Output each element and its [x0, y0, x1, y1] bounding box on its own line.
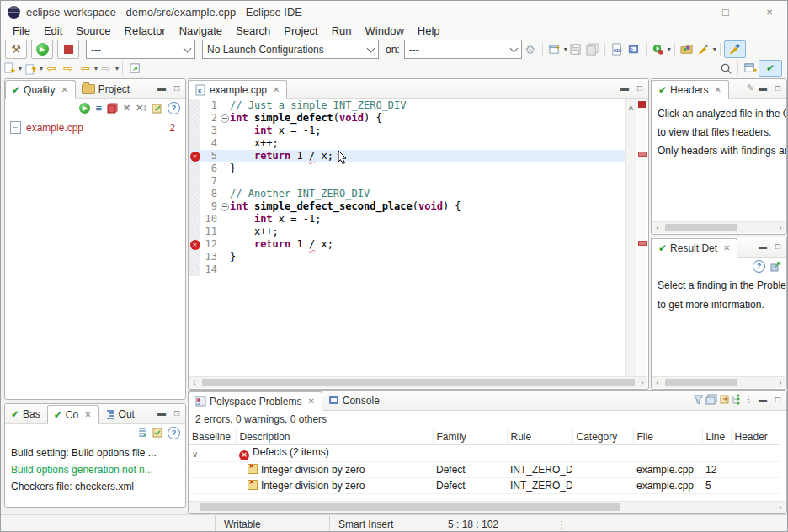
help-icon[interactable]: ? — [168, 102, 180, 114]
menu-help[interactable]: Help — [411, 24, 447, 38]
code-editor[interactable]: 1// Just a simple INT_ZERO_DIV2int simpl… — [189, 99, 626, 376]
import-log-icon[interactable] — [719, 394, 730, 405]
code-line-4[interactable]: 4 x++; — [189, 137, 626, 150]
back-icon[interactable]: ⇦ — [77, 61, 93, 75]
minimize-view-icon[interactable]: ▬ — [756, 240, 769, 252]
chevron-down-icon[interactable]: ▾ — [115, 65, 119, 72]
clear-icon[interactable]: ✎ — [747, 82, 754, 93]
search-icon[interactable] — [717, 62, 734, 75]
run-icon[interactable]: ▶ — [79, 103, 90, 114]
scrollbar-thumb[interactable] — [200, 503, 620, 511]
scrollbar-thumb[interactable] — [202, 379, 635, 386]
status-drag-handle[interactable]: ⋮ — [548, 515, 567, 532]
brush-icon[interactable] — [695, 43, 712, 56]
gear-icon[interactable]: ⚙ — [522, 43, 539, 56]
table-group-row[interactable]: ∨✕Defects (2 items) — [189, 445, 780, 462]
code-line-3[interactable]: 3 int x = -1; — [189, 125, 626, 137]
maximize-view-icon[interactable]: □ — [771, 240, 785, 252]
column-header-category[interactable]: Category — [572, 428, 633, 445]
menu-search[interactable]: Search — [229, 24, 277, 38]
scroll-right-icon[interactable]: › — [637, 378, 647, 387]
tab-bas[interactable]: ✔ Bas — [5, 404, 47, 423]
next-annotation-icon[interactable] — [1, 62, 18, 75]
open-project-icon[interactable] — [679, 43, 695, 56]
minimize-view-icon[interactable]: ▬ — [618, 82, 631, 93]
fold-collapse-icon[interactable] — [220, 200, 230, 213]
code-line-10[interactable]: 10 int x = -1; — [189, 213, 626, 226]
save-all-icon[interactable] — [584, 43, 601, 56]
code-line-5[interactable]: ✕5 return 1 / x; — [189, 150, 626, 162]
column-header-header[interactable]: Header — [731, 428, 780, 445]
annotate-toggle-button[interactable] — [724, 40, 746, 58]
tab-result-details[interactable]: ✔ Result Det ✕ — [652, 238, 737, 258]
scroll-left-icon[interactable]: ‹ — [189, 378, 200, 387]
remove-all-icon[interactable]: ✕⁑ — [136, 103, 146, 114]
show-in-views-icon[interactable] — [705, 394, 717, 405]
editor-vertical-scrollbar[interactable]: ˄ — [625, 99, 636, 376]
code-line-12[interactable]: ✕12 return 1 / x; — [189, 238, 626, 251]
target-combo[interactable]: --- — [404, 40, 522, 59]
build-config-combo[interactable]: --- — [86, 40, 195, 59]
remove-icon[interactable]: ✕ — [123, 103, 130, 114]
close-icon[interactable]: ✕ — [307, 396, 314, 406]
scroll-lock-icon[interactable] — [137, 428, 147, 438]
expand-chevron-icon[interactable]: ∨ — [192, 450, 198, 459]
menu-navigate[interactable]: Navigate — [173, 24, 229, 38]
menu-refactor[interactable]: Refactor — [118, 24, 173, 38]
save-icon[interactable] — [567, 43, 584, 56]
minimize-view-icon[interactable]: ▬ — [155, 407, 168, 418]
tab-polyspace-problems[interactable]: Polyspace Problems ✕ — [189, 391, 322, 411]
scroll-up-icon[interactable]: ˄ — [628, 103, 633, 113]
run-remote-icon[interactable] — [650, 43, 667, 56]
maximize-view-icon[interactable]: □ — [771, 82, 785, 93]
tab-example-cpp[interactable]: c example.cpp ✕ — [189, 80, 287, 99]
binary-file-icon[interactable]: 010 — [609, 43, 626, 56]
menu-run[interactable]: Run — [325, 24, 359, 38]
build-hammer-button[interactable]: ⚒ — [5, 40, 27, 59]
minimize-view-icon[interactable]: ▬ — [756, 82, 769, 93]
overview-error-indicator[interactable] — [638, 101, 646, 108]
filter-icon[interactable] — [693, 394, 704, 405]
stop-analysis-button[interactable] — [57, 40, 79, 59]
editor-overview-ruler[interactable] — [636, 99, 647, 376]
group-tree-icon[interactable] — [732, 394, 743, 405]
code-line-7[interactable]: 7 — [189, 175, 626, 188]
fold-collapse-icon[interactable] — [220, 112, 230, 125]
scroll-left-icon[interactable]: ‹ — [652, 223, 663, 232]
open-external-icon[interactable] — [770, 261, 781, 272]
scrollbar-thumb[interactable] — [665, 224, 737, 231]
column-header-description[interactable]: Description — [236, 428, 433, 445]
list-icon[interactable]: ≡ — [95, 102, 102, 114]
code-line-6[interactable]: 6} — [189, 162, 626, 175]
tab-co[interactable]: ✔ Co ✕ — [47, 405, 99, 424]
run-analysis-button[interactable]: ▶ — [31, 40, 53, 59]
new-wizard-icon[interactable]: ✦ — [546, 43, 563, 56]
menu-edit[interactable]: Edit — [37, 24, 69, 38]
editor-horizontal-scrollbar[interactable]: ‹ › — [189, 376, 647, 388]
code-line-9[interactable]: 9int simple_defect_second_place(void) { — [189, 200, 626, 213]
tab-headers[interactable]: ✔ Headers ✕ — [652, 80, 729, 99]
close-icon[interactable]: ✕ — [61, 85, 67, 94]
polyspace-perspective-button[interactable]: ✔ — [759, 60, 782, 77]
menu-window[interactable]: Window — [359, 24, 411, 38]
code-line-1[interactable]: 1// Just a simple INT_ZERO_DIV — [189, 99, 626, 112]
scroll-left-icon[interactable]: ‹ — [652, 378, 663, 387]
tab-quality[interactable]: ✔ Quality ✕ — [5, 80, 76, 99]
menu-project[interactable]: Project — [277, 24, 324, 38]
code-line-8[interactable]: 8// Another INT_ZERO_DIV — [189, 188, 626, 200]
close-icon[interactable]: ✕ — [714, 85, 721, 94]
forward-history-icon[interactable]: ⇨ — [60, 61, 77, 75]
minimize-button[interactable]: – — [668, 2, 696, 22]
close-icon[interactable]: ✕ — [84, 410, 91, 419]
code-line-14[interactable]: 14 — [189, 263, 626, 276]
help-icon[interactable]: ? — [168, 427, 180, 439]
last-edit-location-icon[interactable] — [126, 62, 143, 75]
problems-table-header[interactable]: BaselineDescriptionFamilyRuleCategoryFil… — [189, 428, 780, 445]
column-header-baseline[interactable]: Baseline — [189, 428, 236, 445]
headers-horizontal-scrollbar[interactable]: ‹ › — [652, 221, 785, 233]
column-header-family[interactable]: Family — [433, 428, 507, 445]
previous-annotation-icon[interactable] — [22, 62, 39, 75]
code-line-13[interactable]: 13} — [189, 251, 626, 263]
chevron-down-icon[interactable]: ▾ — [713, 45, 716, 53]
close-icon[interactable]: ✕ — [273, 85, 280, 94]
